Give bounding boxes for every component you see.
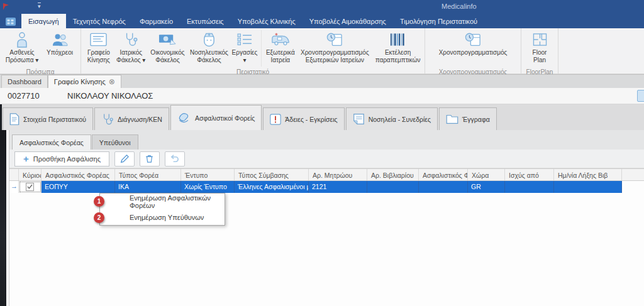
- tab-adeies-egkriseis[interactable]: Άδειες - Εγκρίσεις: [263, 107, 344, 130]
- patient-name: ΝΙΚΟΛΑΟΥ ΝΙΚΟΛΑΟΣ: [67, 91, 153, 101]
- tasks-icon: [237, 31, 252, 48]
- barcode-icon: [390, 31, 406, 48]
- add-insurance-button[interactable]: + Προσθήκη Ασφάλισης: [14, 151, 109, 167]
- exoterika-iatreia-button[interactable]: Εξωτερικά Ιατρεία: [264, 29, 296, 68]
- menu-item-ypovoles-aimokatharsis[interactable]: Υποβολές Αιμοκάθαρσης: [303, 14, 393, 28]
- pencil-icon: [120, 155, 129, 163]
- app-flag-icon: [3, 2, 9, 13]
- floor-plan-button[interactable]: Floor Plan: [525, 29, 554, 68]
- people-icon: [52, 31, 69, 48]
- patient-person-icon: [14, 31, 30, 48]
- grid-col-imnia-lixis[interactable]: Ημ/νία Λήξης Βιβ: [554, 169, 622, 180]
- menu-item-eisagogi[interactable]: Εισαγωγή: [21, 14, 66, 28]
- menu-item-update-insurance-carriers[interactable]: Ενημέρωση Ασφαλιστικών Φορέων: [100, 194, 225, 209]
- grid-col-typos-forea[interactable]: Τύπος Φορέα: [115, 169, 181, 180]
- cell-typos-symvasis[interactable]: Έλληνες Ασφαλισμένοι με ΑΜΚΑ: [235, 181, 309, 193]
- stethoscope-icon: [123, 31, 138, 48]
- cell-isxys-apo[interactable]: [505, 181, 554, 193]
- cell-xora[interactable]: GR: [468, 181, 505, 193]
- grid-col-indicator: [9, 169, 19, 180]
- iatrikos-fakelos-button[interactable]: Ιατρικός Φάκελος ▾: [114, 29, 148, 68]
- kyrios-checkbox[interactable]: [26, 183, 34, 191]
- close-tab-icon[interactable]: ⊗: [109, 78, 115, 85]
- tab-eggrafa[interactable]: Έγγραφα: [439, 107, 497, 130]
- app-title: Medicalinfo: [441, 3, 477, 10]
- hand-care-icon: [177, 111, 191, 124]
- edit-button[interactable]: [114, 151, 135, 167]
- schedule-icon: [326, 31, 343, 48]
- tab-asfalistikoi-foreis[interactable]: Ασφαλιστικοί Φορείς: [170, 105, 262, 130]
- application-icon: [5, 16, 16, 26]
- menu-item-update-responsibles[interactable]: Ενημέρωση Υπεύθυνων: [100, 209, 225, 225]
- cell-asfalistikos-foreas[interactable]: ΕΟΠΥΥ: [42, 181, 115, 193]
- cell-imnia-lixis[interactable]: [554, 181, 622, 193]
- menu-item-farmakeio[interactable]: Φαρμακείο: [133, 14, 180, 28]
- cell-typos-forea[interactable]: ΙΚΑ: [115, 181, 181, 193]
- table-row[interactable]: → ΕΟΠΥΥ ΙΚΑ Χωρίς Έντυπο Έλληνες Ασφαλισ…: [9, 181, 644, 193]
- cell-asfalistikos-fore[interactable]: [419, 181, 468, 193]
- grid-col-ar-mitroou[interactable]: Αρ. Μητρώου: [309, 169, 367, 180]
- admission-card-icon: [90, 31, 107, 48]
- nurse-icon: [202, 31, 216, 48]
- quick-access-customize-icon[interactable]: ▾: [38, 3, 41, 9]
- exclamation-icon: [270, 114, 281, 125]
- menu-item-timologisi-peristatikou[interactable]: Τιμολόγηση Περιστατικού: [393, 14, 484, 28]
- undo-button[interactable]: [165, 151, 185, 167]
- nosileftikos-fakelos-button[interactable]: Νοσηλευτικός Φάκελος: [187, 29, 231, 68]
- grid-header: Κύριος Ασφαλιστικός Φορέας Τύπος Φορέα Έ…: [9, 168, 644, 181]
- tab-grafeio-kinisis[interactable]: Γραφείο Κίνησης ⊗: [48, 75, 121, 88]
- application-menu-button[interactable]: [0, 14, 21, 28]
- floorplan-icon: [533, 31, 547, 48]
- tab-stoixeia-peristatikou[interactable]: Στοιχεία Περιστατικού: [3, 107, 93, 130]
- ribbon-group-floorplan: Floor Plan FloorPlan: [521, 28, 558, 74]
- schedule-button[interactable]: Χρονοπρογραμματισμός: [429, 29, 517, 68]
- context-menu: 1 2 Ενημέρωση Ασφαλιστικών Φορέων Ενημέρ…: [99, 193, 225, 226]
- grafeio-kinisis-button[interactable]: Γραφείο Κίνησης: [83, 29, 114, 68]
- subtab-asfalistikos-foreas[interactable]: Ασφαλιστικός Φορέας: [12, 134, 91, 150]
- grid-col-ar-vivliariou[interactable]: Αρ. Βιβλιαρίου: [367, 169, 419, 180]
- ribbon-inner-separator: [261, 30, 262, 67]
- oikonomikos-fakelos-button[interactable]: Οικονομικός Φάκελος: [148, 29, 187, 68]
- tab-nosileia-synedries[interactable]: Νοσηλεία - Συνεδρίες: [346, 107, 438, 130]
- ribbon: Ασθενείς Πρόσωπα ▾ Υπόχρεοι Πρόσωπα: [0, 28, 644, 74]
- ergasies-button[interactable]: Εργασίες ▾: [231, 29, 259, 68]
- kyrios-cell[interactable]: [19, 181, 42, 193]
- schedule-external-clinics-button[interactable]: Χρονοπρογραμματισμός Εξωτερικών Ιατρείων: [297, 29, 374, 68]
- document-icon: [9, 113, 19, 126]
- patient-id: 0027710: [8, 91, 40, 101]
- insurance-toolbar: + Προσθήκη Ασφάλισης: [9, 150, 644, 168]
- grid-col-xora[interactable]: Χώρα: [468, 169, 505, 180]
- cell-ar-vivliariou[interactable]: [367, 181, 419, 193]
- grid-col-typos-symvasis[interactable]: Τύπος Σύμβασης: [235, 169, 309, 180]
- money-icon: [158, 31, 177, 48]
- edge-partial-icon[interactable]: [637, 90, 644, 102]
- callout-badge-2: 2: [94, 212, 104, 223]
- tab-diagnosi-ken[interactable]: Διάγνωση/ΚΕΝ: [94, 107, 169, 130]
- menu-item-ektyposeis[interactable]: Εκτυπώσεις: [180, 14, 231, 28]
- cell-entypo[interactable]: Χωρίς Έντυπο: [181, 181, 235, 193]
- grid-col-isxys-apo[interactable]: Ισχύς από: [505, 169, 554, 180]
- collapsed-side-panel[interactable]: [0, 130, 6, 306]
- grid-col-asfalistikos-foreas[interactable]: Ασφαλιστικός Φορέας: [42, 169, 115, 180]
- ribbon-group-peristatiko: Γραφείο Κίνησης Ιατρικός Φάκελος ▾: [81, 28, 425, 74]
- grid-col-kyrios[interactable]: Κύριος: [19, 169, 42, 180]
- subtab-ypefthynoi[interactable]: Υπεύθυνοι: [92, 134, 138, 150]
- folder-icon: [446, 114, 458, 124]
- cell-ar-mitroou[interactable]: 2121: [309, 181, 367, 193]
- undo-icon: [170, 155, 179, 163]
- menu-bar: Εισαγωγή Τεχνητός Νεφρός Φαρμακείο Εκτυπ…: [0, 14, 644, 28]
- tab-dashboard[interactable]: Dashboard: [1, 75, 48, 88]
- execute-referrals-button[interactable]: Εκτέλεση παραπεμπτικών: [373, 29, 423, 68]
- delete-button[interactable]: [140, 151, 160, 167]
- grid-col-asfalistikos-fore[interactable]: Ασφαλιστικός Φορέ: [419, 169, 468, 180]
- patients-persons-button[interactable]: Ασθενείς Πρόσωπα ▾: [2, 29, 42, 68]
- menu-item-texnitos-nefros[interactable]: Τεχνητός Νεφρός: [66, 14, 133, 28]
- ypoxreoi-button[interactable]: Υπόχρεοι: [42, 29, 77, 68]
- ambulance-icon: [271, 31, 290, 48]
- callout-badge-1: 1: [94, 196, 104, 207]
- menu-item-ypovoles-klinikis[interactable]: Υποβολές Κλινικής: [231, 14, 303, 28]
- plus-icon: +: [23, 154, 29, 163]
- note-icon: [353, 113, 365, 125]
- grid-col-entypo[interactable]: Έντυπο: [181, 169, 235, 180]
- title-bar: ▾ Medicalinfo: [0, 0, 644, 14]
